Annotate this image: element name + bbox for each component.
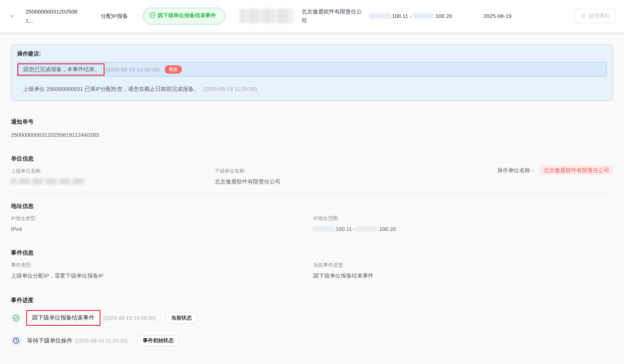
annotation-box-timeline: 因下级单位报备结束事件	[26, 310, 100, 326]
notification-header-row: 250000000312025081... 分配IP报备 因下级单位报备结束事件…	[0, 0, 624, 32]
ip-range-label: IP地址范围:	[313, 215, 613, 222]
event-type-field: 事件类型: 上级单位分配IP，需要下级单位报备IP	[11, 257, 313, 279]
operator-unit-label: 操作单位名称：	[497, 167, 536, 173]
operator-unit-value: 北京傲盾软件有限责任公司	[540, 165, 613, 175]
parent-unit-label: 上级单位名称:	[11, 168, 215, 174]
latest-badge: 最新	[165, 65, 182, 74]
advice-previous-row: 上级单位 250000000031 已将IP分配给您，请您在截止日期前完成报备。…	[17, 86, 607, 93]
timeline-item-current: 因下级单位报备结束事件 (2025-08-19 14:05:30) 当前状态	[11, 310, 613, 326]
advice-latest-time: (2025-08-19 14:05:30)	[105, 66, 160, 73]
event-info-section: 事件信息 事件类型: 上级单位分配IP，需要下级单位报备IP 当前事件进度: 因…	[11, 240, 613, 279]
ip-range-mid: .100.11 -	[390, 13, 413, 19]
event-progress-value: 因下级单位报备结束事件	[313, 272, 613, 279]
notice-number-section: 通知单号 25000000003120250819112440283	[11, 109, 613, 138]
ip-range-mid: .100.11 -	[334, 226, 357, 232]
advice-previous-text: 上级单位 250000000031 已将IP分配给您，请您在截止日期前完成报备。	[23, 86, 199, 92]
operation-advice-panel: 操作建议: 因您已完成报备，本事件结束。 (2025-08-19 14:05:3…	[11, 44, 613, 101]
timeline-item-time: (2025-08-19 11:25:30)	[75, 338, 127, 344]
status-badge-label: 因下级单位报备结束事件	[158, 12, 216, 18]
timeline-item-text: 因下级单位报备结束事件	[32, 314, 95, 321]
ip-range-end: .100.20	[434, 13, 452, 19]
chevron-down-icon[interactable]	[9, 13, 15, 19]
ip-type-field: IP地址类型: IPv4	[11, 210, 313, 232]
process-notification-button[interactable]: 处理通知	[574, 9, 616, 23]
advice-previous-time: (2025-08-19 11:25:30)	[203, 86, 257, 92]
check-circle-icon	[149, 12, 156, 21]
ip-type-label: IP地址类型:	[11, 215, 313, 222]
unit-info-section: 单位信息 上级单位名称: 下级单位名称: 北京傲盾软件有限责任公司 操作单位名称…	[11, 146, 613, 185]
process-button-label: 处理通知	[589, 12, 610, 19]
event-type-value: 上级单位分配IP，需要下级单位报备IP	[11, 272, 313, 279]
advice-latest-text: 因您已完成报备，本事件结束。	[23, 66, 100, 72]
redacted-parent-company	[240, 9, 294, 23]
timeline-item-text: 等待下级单位操作	[27, 337, 72, 345]
notification-date: 2025-08-19	[483, 11, 512, 21]
timeline-title: 事件进度	[11, 297, 613, 304]
status-badge: 因下级单位报备结束事件	[143, 8, 225, 24]
notice-number-title: 通知单号	[11, 118, 613, 126]
notification-detail-panel: 操作建议: 因您已完成报备，本事件结束。 (2025-08-19 14:05:3…	[0, 35, 624, 364]
advice-latest-row: 因您已完成报备，本事件结束。 (2025-08-19 14:05:30) 最新	[17, 62, 607, 77]
unit-info-title: 单位信息	[11, 155, 613, 163]
ip-range: .100.11 - .100.20	[370, 11, 454, 21]
ip-range-end: .100.20	[378, 226, 396, 232]
timeline-item-time: (2025-08-19 14:05:30)	[103, 315, 156, 321]
annotation-box-advice: 因您已完成报备，本事件结束。	[18, 63, 104, 75]
redacted-parent-unit-value	[11, 178, 215, 185]
redacted-ip-prefix-2	[357, 226, 378, 232]
company-name: 北京傲盾软件有限责任公司	[302, 7, 367, 26]
event-progress-label: 当前事件进度:	[313, 262, 613, 268]
redacted-ip-prefix	[313, 226, 334, 232]
child-unit-field: 下级单位名称: 北京傲盾软件有限责任公司	[215, 163, 497, 185]
ip-type-value: IPv4	[11, 226, 313, 232]
notification-id: 250000000312025081...	[26, 7, 80, 26]
timeline-connector	[16, 320, 16, 330]
address-info-title: 地址信息	[11, 202, 613, 210]
redacted-ip-prefix-2	[413, 13, 434, 19]
gear-icon	[581, 13, 586, 19]
event-timeline-section: 事件进度 因下级单位报备结束事件 (2025-08-19 14:05:30) 当…	[11, 287, 613, 346]
timeline-status-badge: 当前状态	[165, 313, 198, 324]
ip-range-field: IP地址范围: .100.11 - .100.20	[313, 210, 613, 232]
event-info-title: 事件信息	[11, 249, 613, 257]
timeline-item-initial: 等待下级单位操作 (2025-08-19 11:25:30) 事件初始状态	[11, 335, 613, 346]
address-info-section: 地址信息 IP地址类型: IPv4 IP地址范围: .100.11 - .100…	[11, 193, 613, 232]
notice-number-value: 25000000003120250819112440283	[11, 132, 613, 138]
child-unit-value: 北京傲盾软件有限责任公司	[215, 178, 497, 185]
notification-type: 分配IP报备	[101, 11, 134, 21]
operator-unit-field: 操作单位名称：北京傲盾软件有限责任公司	[497, 167, 613, 174]
redacted-ip-prefix	[370, 13, 390, 19]
child-unit-label: 下级单位名称:	[215, 168, 497, 174]
event-type-label: 事件类型:	[11, 262, 313, 268]
ip-range-value: .100.11 - .100.20	[313, 226, 613, 232]
clock-icon	[11, 336, 21, 346]
timeline-status-badge: 事件初始状态	[137, 335, 179, 346]
event-progress-field: 当前事件进度: 因下级单位报备结束事件	[313, 257, 613, 279]
parent-unit-field: 上级单位名称:	[11, 163, 215, 185]
advice-title: 操作建议:	[17, 50, 607, 57]
